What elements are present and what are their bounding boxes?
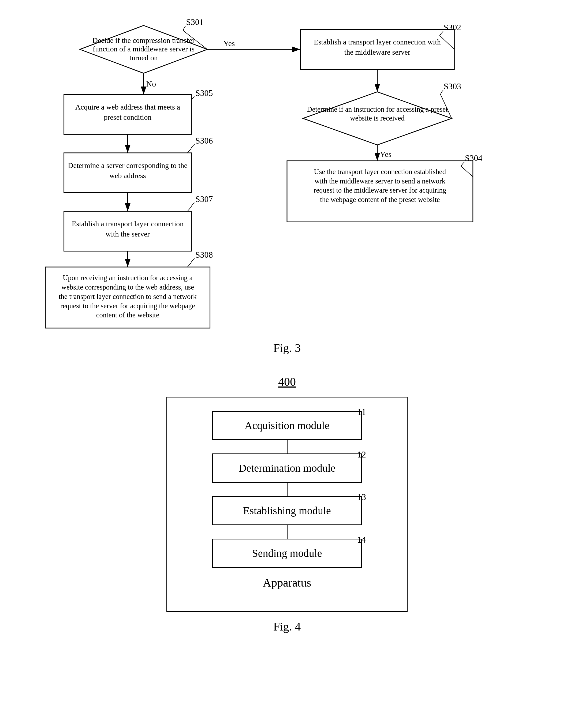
module3-tag: 13 [357, 492, 366, 502]
svg-text:the transport layer connection: the transport layer connection to send a… [59, 293, 197, 301]
svg-text:S306: S306 [195, 136, 213, 145]
module1-tag: 11 [357, 407, 366, 417]
module4-row: Sending module 14 [183, 539, 391, 568]
svg-text:Use the transport layer connec: Use the transport layer connection estab… [314, 168, 446, 176]
svg-text:web address: web address [109, 171, 146, 180]
s301-label: S301 [186, 17, 203, 27]
fig4-title: Fig. 4 [22, 620, 552, 634]
module3-box: Establishing module 13 [212, 496, 362, 525]
svg-text:content of the website: content of the website [96, 311, 159, 319]
svg-text:S304: S304 [465, 154, 482, 163]
connector1 [287, 440, 288, 454]
svg-text:with the server: with the server [106, 230, 150, 238]
svg-text:S303: S303 [444, 82, 461, 91]
svg-text:the middleware server: the middleware server [344, 48, 410, 56]
svg-text:function of a middleware serve: function of a middleware server is [93, 45, 195, 53]
svg-text:with the middleware server to : with the middleware server to send a net… [315, 177, 446, 185]
svg-text:request to the middleware serv: request to the middleware server for acq… [314, 186, 446, 194]
fig4-label-400: 400 [22, 375, 552, 389]
module2-box: Determination module 12 [212, 454, 362, 483]
apparatus-outer: Acquisition module 11 Determination modu… [166, 397, 408, 612]
page: Decide if the compression transfer funct… [0, 0, 574, 728]
svg-text:Determine a server correspondi: Determine a server corresponding to the [68, 161, 187, 170]
module4-box: Sending module 14 [212, 539, 362, 568]
fig3-svg: Decide if the compression transfer funct… [22, 16, 552, 338]
svg-text:website corresponding to the w: website corresponding to the web address… [62, 283, 194, 291]
fig3-title: Fig. 3 [22, 341, 552, 355]
apparatus-label: Apparatus [183, 576, 391, 590]
connector3 [287, 525, 288, 539]
module1-row: Acquisition module 11 [183, 411, 391, 440]
svg-text:Determine if an instruction fo: Determine if an instruction for accessin… [307, 105, 448, 113]
module4-label: Sending module [252, 547, 322, 559]
svg-text:turned on: turned on [129, 53, 158, 62]
module4-tag: 14 [357, 534, 366, 545]
module3-label: Establishing module [243, 505, 331, 517]
svg-text:No: No [146, 80, 156, 88]
connector2 [287, 483, 288, 496]
svg-text:website is received: website is received [350, 114, 405, 122]
fig4-container: 400 Acquisition module 11 Determination … [22, 375, 552, 634]
svg-text:Upon receiving an instruction : Upon receiving an instruction for access… [63, 274, 193, 282]
module2-label: Determination module [239, 462, 335, 474]
svg-text:preset condition: preset condition [104, 113, 152, 121]
svg-text:Yes: Yes [380, 150, 392, 159]
svg-text:Yes: Yes [223, 39, 235, 48]
fig3-container: Decide if the compression transfer funct… [22, 16, 552, 359]
module3-row: Establishing module 13 [183, 496, 391, 525]
fig4-wrapper: Acquisition module 11 Determination modu… [22, 397, 552, 612]
module1-box: Acquisition module 11 [212, 411, 362, 440]
svg-text:Establish a transport layer co: Establish a transport layer connection w… [314, 38, 441, 46]
svg-text:request to the server for acqu: request to the server for acquiring the … [60, 302, 195, 310]
svg-text:Acquire a web address that mee: Acquire a web address that meets a [75, 103, 180, 111]
svg-text:S308: S308 [195, 250, 213, 260]
svg-text:S305: S305 [195, 88, 213, 98]
module2-tag: 12 [357, 449, 366, 460]
module2-row: Determination module 12 [183, 454, 391, 483]
svg-text:Decide if the compression tran: Decide if the compression transfer [92, 36, 195, 44]
svg-text:S302: S302 [444, 23, 461, 32]
svg-text:S307: S307 [195, 195, 213, 204]
module1-label: Acquisition module [245, 420, 330, 431]
svg-text:Establish a transport layer co: Establish a transport layer connection [72, 220, 184, 228]
svg-text:the webpage content of the pre: the webpage content of the preset websit… [320, 196, 440, 204]
